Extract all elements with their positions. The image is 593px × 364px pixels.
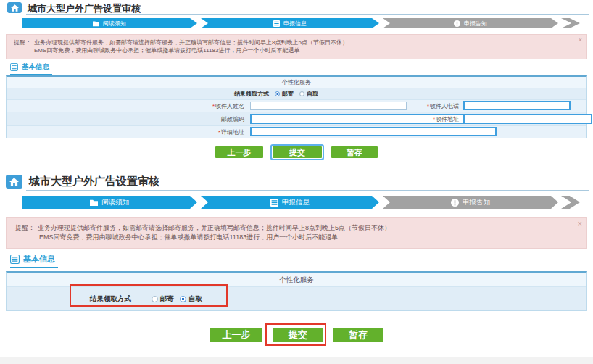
step-declare-info[interactable]: 申报信息	[201, 18, 379, 28]
radio-mail[interactable]	[275, 91, 280, 96]
home-glyph	[11, 4, 19, 12]
step-read-notice[interactable]: 阅读须知	[22, 196, 197, 209]
chevron-right-icon	[561, 18, 580, 28]
save-draft-button[interactable]: 暂存	[331, 146, 378, 158]
step-read-notice[interactable]: 阅读须知	[22, 18, 197, 28]
pickup-options: 邮寄 自取	[275, 88, 322, 99]
list-icon	[10, 63, 18, 71]
alert-line2: EMS回寄免费，费用由聊城政务中心承担；催单或撤单请拨打电话11183进行，用户…	[34, 46, 579, 54]
home-icon[interactable]	[7, 2, 22, 13]
step-bar: 阅读须知 申报信息 申报告知	[0, 196, 593, 209]
step-declare-notice[interactable]: 申报告知	[383, 196, 558, 209]
service-header-row: 个性化服务	[7, 273, 586, 287]
close-icon[interactable]: ×	[579, 36, 582, 44]
detail-address-label: *详细地址	[7, 126, 244, 138]
title-divider	[26, 190, 589, 191]
prev-step-button[interactable]: 上一步	[215, 146, 263, 158]
step-declare-notice[interactable]: 申报告知	[383, 18, 558, 28]
basic-info-table: 个性化服务 结果领取方式 邮寄 自取	[6, 271, 587, 311]
radio-self-pickup[interactable]	[180, 296, 186, 302]
form-row-postcode-address: 邮政编码 *收件地址	[7, 112, 586, 126]
save-draft-button[interactable]: 暂存	[333, 328, 383, 342]
radio-self-pickup-label: 自取	[188, 294, 202, 304]
step-label: 阅读须知	[103, 20, 126, 28]
postcode-label: 邮政编码	[7, 112, 244, 125]
step-label: 申报告知	[464, 20, 487, 28]
step-bar: 阅读须知 申报信息 申报告知	[0, 18, 593, 28]
pickup-method-label: 结果领取方式	[7, 287, 131, 310]
alert-line2: EMS回寄免费，费用由聊城政务中心承担；催单或撤单请拨打电话11183进行，用户…	[39, 233, 578, 242]
pickup-method-label: 结果领取方式	[7, 88, 269, 99]
prev-step-button[interactable]: 上一步	[210, 328, 262, 342]
pickup-method-row: 结果领取方式 邮寄 自取	[7, 287, 586, 310]
panel-mail-form: 城市大型户外广告设置审核 阅读须知 申报信息 申报告知 × 提醒：业务办理现提供…	[0, 0, 593, 168]
recipient-phone-label: *收件人电话	[304, 100, 459, 112]
step-label: 申报告知	[463, 198, 490, 207]
step-label: 申报信息	[282, 198, 310, 207]
section-basic-info: 基本信息	[10, 254, 58, 268]
recipient-phone-input[interactable]	[463, 101, 571, 110]
info-icon	[454, 20, 460, 27]
pickup-options: 邮寄 自取	[152, 287, 206, 310]
alert-line1: 提醒：业务办理现提供邮寄件服务，如需邮寄请选择邮寄服务，并正确填写邮寄信息；揽件…	[14, 38, 579, 46]
page-title: 城市大型户外广告设置审核	[29, 175, 159, 189]
home-icon[interactable]	[6, 175, 22, 189]
alert-prefix: 提醒：	[15, 224, 35, 231]
submit-button[interactable]: 提交	[273, 146, 322, 158]
title-divider	[26, 14, 589, 15]
folder-icon	[90, 199, 98, 207]
pickup-method-row: 结果领取方式 邮寄 自取	[7, 88, 586, 100]
service-header-row: 个性化服务	[7, 77, 586, 88]
radio-self-pickup-label: 自取	[307, 90, 318, 98]
form-icon	[270, 199, 278, 207]
close-icon[interactable]: ×	[578, 219, 582, 228]
detail-address-input[interactable]	[250, 127, 497, 136]
step-declare-info[interactable]: 申报信息	[201, 196, 379, 209]
radio-self-pickup[interactable]	[299, 91, 304, 96]
folder-icon	[93, 20, 99, 27]
submit-button[interactable]: 提交	[273, 328, 323, 342]
button-row: 上一步 提交 暂存	[0, 328, 593, 342]
section-title: 基本信息	[23, 254, 55, 265]
radio-mail-label: 邮寄	[160, 294, 174, 304]
step-label: 申报信息	[283, 20, 307, 28]
alert-prefix: 提醒：	[14, 39, 31, 46]
section-basic-info: 基本信息	[10, 62, 52, 75]
alert-line1: 提醒：业务办理现提供邮寄件服务，如需邮寄请选择邮寄服务，并正确填写邮寄信息；揽件…	[15, 223, 578, 233]
radio-mail-label: 邮寄	[282, 90, 294, 98]
chevron-right-icon	[561, 196, 580, 209]
form-row-detail-address: *详细地址	[7, 126, 586, 138]
list-icon	[10, 255, 20, 264]
home-glyph	[9, 178, 19, 186]
bottom-strip	[0, 357, 593, 364]
recipient-name-label: *收件人姓名	[7, 100, 244, 112]
info-icon	[451, 199, 459, 207]
step-label: 阅读须知	[101, 198, 129, 207]
receive-address-input[interactable]	[463, 114, 592, 124]
basic-info-table: 个性化服务 结果领取方式 邮寄 自取 *收件人姓名 *收件人电话 邮政编码	[6, 75, 587, 138]
button-row: 上一步 提交 暂存	[0, 146, 593, 158]
form-icon	[273, 20, 280, 27]
receive-address-label: *收件地址	[304, 112, 459, 125]
form-row-name-phone: *收件人姓名 *收件人电话	[7, 100, 586, 112]
section-title: 基本信息	[22, 62, 49, 72]
radio-mail[interactable]	[152, 296, 158, 302]
alert-banner: × 提醒：业务办理现提供邮寄件服务，如需邮寄请选择邮寄服务，并正确填写邮寄信息；…	[6, 217, 587, 249]
panel-self-pickup: 城市大型户外广告设置审核 阅读须知 申报信息 申报告知 × 提醒：业务办理现提供…	[0, 168, 593, 364]
alert-banner: × 提醒：业务办理现提供邮寄件服务，如需邮寄请选择邮寄服务，并正确填写邮寄信息；…	[6, 34, 587, 59]
page: 城市大型户外广告设置审核 阅读须知 申报信息 申报告知 × 提醒：业务办理现提供…	[0, 0, 593, 364]
